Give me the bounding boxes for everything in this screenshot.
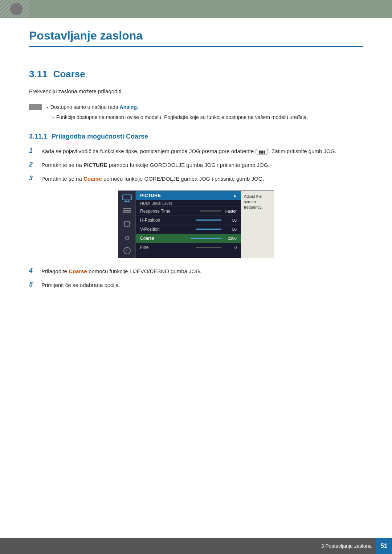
monitor-screenshot-container: ⚙ i PICTURE ▲ HDMI Black Level: [29, 190, 363, 258]
monitor-icon-display: [122, 194, 132, 202]
page-main-title: Postavljanje zaslona: [29, 29, 363, 47]
note-box: ● Dostupno samo u načinu rada Analog. ● …: [29, 103, 363, 122]
page-title-section: Postavljanje zaslona: [0, 18, 392, 50]
monitor-ui: ⚙ i PICTURE ▲ HDMI Black Level: [118, 190, 274, 258]
svg-rect-7: [123, 210, 131, 211]
note-list: ● Dostupno samo u načinu rada Analog. ● …: [46, 103, 308, 122]
menu-item-vposition: V-Position 50: [136, 225, 241, 234]
intro-text: Frekvenciju zaslona možete prilagoditi.: [29, 87, 363, 96]
monitor-tooltip: Adjust the screen frequency.: [241, 191, 274, 258]
analog-bold: Analog: [120, 104, 137, 110]
step-1-text: Kada se pojavi vodič za funkcijske tipke…: [41, 147, 336, 156]
monitor-icon-settings: ⚙: [124, 234, 130, 242]
step-4-number: 4: [29, 267, 37, 275]
step-2-text: Pomaknite se na PICTURE pomoću funkcije …: [41, 161, 270, 169]
monitor-menu: PICTURE ▲ HDMI Black Level Response Time…: [136, 191, 241, 258]
step-3: 3 Pomaknite se na Coarse pomoću funkcije…: [29, 175, 363, 183]
svg-rect-8: [123, 212, 131, 213]
menu-item-hposition: H-Position 50: [136, 216, 241, 225]
svg-rect-2: [123, 195, 131, 200]
menu-subheader: HDMI Black Level: [136, 200, 241, 207]
footer-text: 3 Postavljanje zaslona: [321, 543, 372, 549]
menu-item-response: Response Time Faster: [136, 207, 241, 216]
section-number: 3.11: [29, 69, 48, 80]
step-2-number: 2: [29, 161, 37, 168]
footer-page-number: 51: [376, 538, 392, 554]
step-3-number: 3: [29, 175, 37, 182]
note-item-2: ● Funkcije dostupne na monitoru ovise o …: [52, 113, 308, 122]
step-3-text: Pomaknite se na Coarse pomoću funkcije G…: [41, 175, 264, 183]
note-item-1: ● Dostupno samo u načinu rada Analog.: [46, 103, 308, 112]
menu-title: PICTURE: [140, 193, 161, 198]
menu-arrow: ▲: [233, 193, 237, 197]
step-5: 5 Primijenit će se odabrana opcija.: [29, 281, 363, 290]
step-5-text: Primijenit će se odabrana opcija.: [41, 281, 120, 290]
step-2: 2 Pomaknite se na PICTURE pomoću funkcij…: [29, 161, 363, 169]
menu-header: PICTURE ▲: [136, 191, 241, 200]
step-1-number: 1: [29, 147, 37, 155]
monitor-icon-info: i: [123, 247, 131, 254]
step-5-number: 5: [29, 281, 37, 288]
svg-rect-9: [124, 221, 130, 226]
footer-bar: 3 Postavljanje zaslona 51: [0, 538, 392, 554]
menu-item-coarse: Coarse 2200: [136, 234, 241, 243]
monitor-icons: ⚙ i: [118, 191, 136, 258]
steps-list: 1 Kada se pojavi vodič za funkcijske tip…: [29, 147, 363, 290]
step-1: 1 Kada se pojavi vodič za funkcijske tip…: [29, 147, 363, 156]
step-4: 4 Prilagodite Coarse pomoću funkcije LIJ…: [29, 267, 363, 276]
svg-rect-6: [123, 208, 131, 209]
menu-item-fine: Fine 0: [136, 243, 241, 252]
note-icon: [29, 104, 42, 110]
monitor-icon-move: [123, 220, 131, 229]
subsection-number: 3.11.1: [29, 133, 47, 140]
monitor-icon-brightness: [123, 207, 131, 215]
section-title: Coarse: [53, 69, 85, 80]
subsection-title: Prilagodba mogućnosti Coarse: [52, 133, 148, 140]
step-4-text: Prilagodite Coarse pomoću funkcije LIJEV…: [41, 267, 201, 276]
main-content: 3.11 Coarse Frekvenciju zaslona možete p…: [0, 50, 392, 302]
